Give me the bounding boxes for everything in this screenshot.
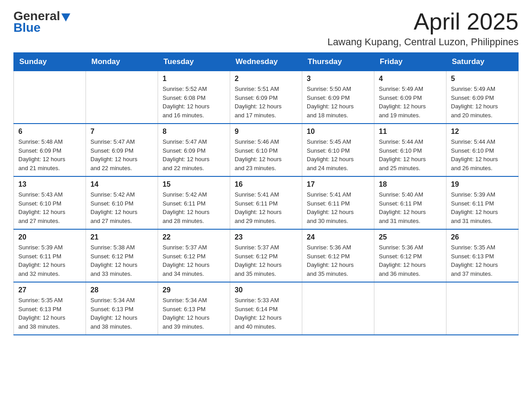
table-cell xyxy=(374,282,446,335)
day-info: Sunrise: 5:44 AM Sunset: 6:10 PM Dayligh… xyxy=(451,137,514,172)
day-info: Sunrise: 5:52 AM Sunset: 6:08 PM Dayligh… xyxy=(163,85,225,120)
page-header: General Blue April 2025 Lawang Kupang, C… xyxy=(13,9,519,48)
day-number: 22 xyxy=(163,233,225,241)
day-number: 30 xyxy=(235,286,297,294)
day-number: 26 xyxy=(451,233,514,241)
month-year-title: April 2025 xyxy=(327,9,519,34)
day-info: Sunrise: 5:33 AM Sunset: 6:14 PM Dayligh… xyxy=(235,296,297,331)
logo-blue-text: Blue xyxy=(13,21,41,35)
table-cell: 28Sunrise: 5:34 AM Sunset: 6:13 PM Dayli… xyxy=(86,282,158,335)
header-sunday: Sunday xyxy=(14,53,86,71)
day-number: 15 xyxy=(163,180,225,188)
day-info: Sunrise: 5:49 AM Sunset: 6:09 PM Dayligh… xyxy=(379,85,442,120)
day-info: Sunrise: 5:45 AM Sunset: 6:10 PM Dayligh… xyxy=(307,137,369,172)
day-number: 3 xyxy=(307,75,369,83)
day-info: Sunrise: 5:40 AM Sunset: 6:11 PM Dayligh… xyxy=(379,190,442,225)
table-cell: 22Sunrise: 5:37 AM Sunset: 6:12 PM Dayli… xyxy=(158,229,230,282)
day-info: Sunrise: 5:35 AM Sunset: 6:13 PM Dayligh… xyxy=(18,296,81,331)
day-number: 27 xyxy=(18,286,81,294)
day-number: 20 xyxy=(18,233,81,241)
day-info: Sunrise: 5:49 AM Sunset: 6:09 PM Dayligh… xyxy=(451,85,514,120)
table-cell: 7Sunrise: 5:47 AM Sunset: 6:09 PM Daylig… xyxy=(86,124,158,176)
table-cell xyxy=(86,71,158,124)
day-info: Sunrise: 5:37 AM Sunset: 6:12 PM Dayligh… xyxy=(163,243,225,278)
table-cell: 21Sunrise: 5:38 AM Sunset: 6:12 PM Dayli… xyxy=(86,229,158,282)
calendar-table: Sunday Monday Tuesday Wednesday Thursday… xyxy=(13,52,519,335)
calendar-week-row: 27Sunrise: 5:35 AM Sunset: 6:13 PM Dayli… xyxy=(14,282,519,335)
table-cell: 4Sunrise: 5:49 AM Sunset: 6:09 PM Daylig… xyxy=(374,71,446,124)
day-number: 23 xyxy=(235,233,297,241)
day-info: Sunrise: 5:39 AM Sunset: 6:11 PM Dayligh… xyxy=(18,243,81,278)
table-cell: 29Sunrise: 5:34 AM Sunset: 6:13 PM Dayli… xyxy=(158,282,230,335)
day-info: Sunrise: 5:47 AM Sunset: 6:09 PM Dayligh… xyxy=(90,137,153,172)
day-number: 1 xyxy=(163,75,225,83)
day-info: Sunrise: 5:48 AM Sunset: 6:09 PM Dayligh… xyxy=(18,137,81,172)
day-number: 14 xyxy=(90,180,153,188)
table-cell: 23Sunrise: 5:37 AM Sunset: 6:12 PM Dayli… xyxy=(230,229,302,282)
day-info: Sunrise: 5:42 AM Sunset: 6:11 PM Dayligh… xyxy=(163,190,225,225)
day-info: Sunrise: 5:36 AM Sunset: 6:12 PM Dayligh… xyxy=(379,243,442,278)
table-cell xyxy=(302,282,374,335)
header-thursday: Thursday xyxy=(302,53,374,71)
day-number: 29 xyxy=(163,286,225,294)
day-info: Sunrise: 5:47 AM Sunset: 6:09 PM Dayligh… xyxy=(163,137,225,172)
day-info: Sunrise: 5:39 AM Sunset: 6:11 PM Dayligh… xyxy=(451,190,514,225)
day-number: 11 xyxy=(379,128,442,136)
day-info: Sunrise: 5:51 AM Sunset: 6:09 PM Dayligh… xyxy=(235,85,297,120)
table-cell: 24Sunrise: 5:36 AM Sunset: 6:12 PM Dayli… xyxy=(302,229,374,282)
header-monday: Monday xyxy=(86,53,158,71)
calendar-week-row: 13Sunrise: 5:43 AM Sunset: 6:10 PM Dayli… xyxy=(14,176,519,229)
table-cell: 26Sunrise: 5:35 AM Sunset: 6:13 PM Dayli… xyxy=(446,229,519,282)
day-number: 17 xyxy=(307,180,369,188)
day-info: Sunrise: 5:34 AM Sunset: 6:13 PM Dayligh… xyxy=(163,296,225,331)
day-number: 12 xyxy=(451,128,514,136)
table-cell: 12Sunrise: 5:44 AM Sunset: 6:10 PM Dayli… xyxy=(446,124,519,176)
table-cell: 30Sunrise: 5:33 AM Sunset: 6:14 PM Dayli… xyxy=(230,282,302,335)
table-cell: 1Sunrise: 5:52 AM Sunset: 6:08 PM Daylig… xyxy=(158,71,230,124)
day-info: Sunrise: 5:34 AM Sunset: 6:13 PM Dayligh… xyxy=(90,296,153,331)
table-cell: 14Sunrise: 5:42 AM Sunset: 6:10 PM Dayli… xyxy=(86,176,158,229)
day-number: 2 xyxy=(235,75,297,83)
day-info: Sunrise: 5:38 AM Sunset: 6:12 PM Dayligh… xyxy=(90,243,153,278)
day-number: 9 xyxy=(235,128,297,136)
header-friday: Friday xyxy=(374,53,446,71)
table-cell: 16Sunrise: 5:41 AM Sunset: 6:11 PM Dayli… xyxy=(230,176,302,229)
day-info: Sunrise: 5:50 AM Sunset: 6:09 PM Dayligh… xyxy=(307,85,369,120)
day-number: 6 xyxy=(18,128,81,136)
day-info: Sunrise: 5:37 AM Sunset: 6:12 PM Dayligh… xyxy=(235,243,297,278)
day-number: 4 xyxy=(379,75,442,83)
table-cell: 18Sunrise: 5:40 AM Sunset: 6:11 PM Dayli… xyxy=(374,176,446,229)
calendar-week-row: 20Sunrise: 5:39 AM Sunset: 6:11 PM Dayli… xyxy=(14,229,519,282)
table-cell: 2Sunrise: 5:51 AM Sunset: 6:09 PM Daylig… xyxy=(230,71,302,124)
calendar-header-row: Sunday Monday Tuesday Wednesday Thursday… xyxy=(14,53,519,71)
table-cell: 25Sunrise: 5:36 AM Sunset: 6:12 PM Dayli… xyxy=(374,229,446,282)
logo: General Blue xyxy=(13,9,70,35)
day-number: 25 xyxy=(379,233,442,241)
day-number: 7 xyxy=(90,128,153,136)
table-cell: 15Sunrise: 5:42 AM Sunset: 6:11 PM Dayli… xyxy=(158,176,230,229)
day-info: Sunrise: 5:41 AM Sunset: 6:11 PM Dayligh… xyxy=(235,190,297,225)
table-cell xyxy=(446,282,519,335)
table-cell: 5Sunrise: 5:49 AM Sunset: 6:09 PM Daylig… xyxy=(446,71,519,124)
header-wednesday: Wednesday xyxy=(230,53,302,71)
location-title: Lawang Kupang, Central Luzon, Philippine… xyxy=(327,36,519,48)
day-info: Sunrise: 5:46 AM Sunset: 6:10 PM Dayligh… xyxy=(235,137,297,172)
day-number: 18 xyxy=(379,180,442,188)
table-cell: 8Sunrise: 5:47 AM Sunset: 6:09 PM Daylig… xyxy=(158,124,230,176)
day-number: 10 xyxy=(307,128,369,136)
day-number: 13 xyxy=(18,180,81,188)
header-saturday: Saturday xyxy=(446,53,519,71)
day-number: 21 xyxy=(90,233,153,241)
logo-triangle-icon xyxy=(61,13,70,21)
table-cell xyxy=(14,71,86,124)
table-cell: 11Sunrise: 5:44 AM Sunset: 6:10 PM Dayli… xyxy=(374,124,446,176)
table-cell: 10Sunrise: 5:45 AM Sunset: 6:10 PM Dayli… xyxy=(302,124,374,176)
day-info: Sunrise: 5:43 AM Sunset: 6:10 PM Dayligh… xyxy=(18,190,81,225)
table-cell: 27Sunrise: 5:35 AM Sunset: 6:13 PM Dayli… xyxy=(14,282,86,335)
day-number: 5 xyxy=(451,75,514,83)
table-cell: 3Sunrise: 5:50 AM Sunset: 6:09 PM Daylig… xyxy=(302,71,374,124)
title-section: April 2025 Lawang Kupang, Central Luzon,… xyxy=(327,9,519,48)
day-info: Sunrise: 5:41 AM Sunset: 6:11 PM Dayligh… xyxy=(307,190,369,225)
day-number: 8 xyxy=(163,128,225,136)
day-info: Sunrise: 5:36 AM Sunset: 6:12 PM Dayligh… xyxy=(307,243,369,278)
